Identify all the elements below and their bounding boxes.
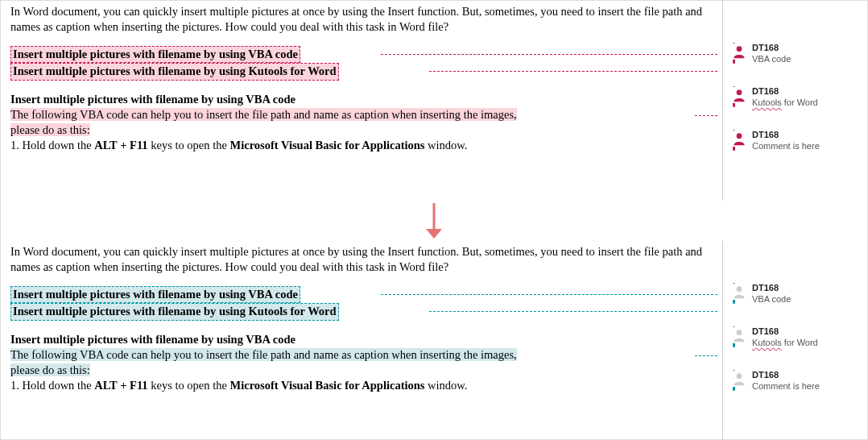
body-paragraph: The following VBA code can help you to i…	[10, 107, 716, 138]
toc-link-vba[interactable]: Insert multiple pictures with filename b…	[10, 46, 300, 63]
step-mid: keys to open the	[148, 139, 230, 152]
section-heading: Insert multiple pictures with filename b…	[10, 332, 716, 347]
comment-author: DT168	[752, 370, 820, 380]
body-paragraph: The following VBA code can help you to i…	[10, 347, 716, 378]
comment-item[interactable]: DT168 VBA code	[731, 283, 791, 304]
intro-paragraph: In Word document, you can quickly insert…	[10, 4, 716, 35]
avatar-icon	[731, 87, 747, 103]
step-line: 1. Hold down the ALT + F11 keys to open …	[10, 378, 716, 393]
step-keys: ALT + F11	[94, 139, 147, 152]
comment-text: Kutools for Word	[752, 338, 818, 347]
connector-line	[429, 71, 717, 72]
comment-text: VBA code	[752, 294, 791, 304]
step-suffix: window.	[424, 139, 467, 152]
step-mid: keys to open the	[148, 379, 230, 392]
toc-link-kutools[interactable]: Insert multiple pictures with filename b…	[10, 303, 339, 320]
section-heading: Insert multiple pictures with filename b…	[10, 92, 716, 107]
panel-after: In Word document, you can quickly insert…	[1, 241, 867, 440]
arrow-down-icon	[1, 201, 867, 241]
connector-line	[381, 54, 717, 55]
connector-line	[429, 311, 717, 312]
highlighted-text-tail: please do as this:	[10, 123, 90, 136]
step-keys: ALT + F11	[94, 379, 147, 392]
comment-text: VBA code	[752, 54, 791, 64]
comment-item[interactable]: DT168 Kutools for Word	[731, 326, 818, 347]
comment-text: Kutools for Word	[752, 98, 818, 107]
avatar-icon	[731, 284, 747, 300]
svg-point-3	[737, 89, 742, 95]
comments-pane-bottom: DT168 VBA code DT168 Kutools for Word DT…	[722, 241, 867, 440]
comment-author: DT168	[752, 283, 791, 293]
highlighted-text: The following VBA code can help you to i…	[10, 108, 517, 121]
svg-point-8	[737, 286, 742, 292]
comment-item[interactable]: DT168 Comment is here	[731, 130, 820, 151]
connector-line	[695, 355, 717, 356]
step-line: 1. Hold down the ALT + F11 keys to open …	[10, 138, 716, 153]
avatar-icon	[731, 131, 747, 147]
highlighted-text-tail: please do as this:	[10, 363, 90, 376]
highlighted-text: The following VBA code can help you to i…	[10, 348, 517, 361]
connector-line	[695, 115, 717, 116]
comment-text-rest: for Word	[782, 338, 818, 347]
step-app: Microsoft Visual Basic for Applications	[230, 139, 425, 152]
avatar-icon	[731, 44, 747, 60]
intro-paragraph: In Word document, you can quickly insert…	[10, 244, 716, 275]
document-area-top: In Word document, you can quickly insert…	[1, 1, 722, 201]
comment-author: DT168	[752, 326, 818, 336]
comment-item[interactable]: DT168 VBA code	[731, 43, 791, 64]
toc-link-vba[interactable]: Insert multiple pictures with filename b…	[10, 286, 300, 303]
svg-point-1	[737, 46, 742, 52]
comment-text: Comment is here	[752, 381, 820, 391]
avatar-icon	[731, 327, 747, 343]
step-suffix: window.	[424, 379, 467, 392]
step-prefix: 1. Hold down the	[10, 379, 94, 392]
avatar-icon	[731, 371, 747, 387]
toc-link-kutools[interactable]: Insert multiple pictures with filename b…	[10, 63, 339, 80]
comment-author: DT168	[752, 86, 818, 96]
comment-item[interactable]: DT168 Kutools for Word	[731, 86, 818, 107]
comment-author: DT168	[752, 130, 820, 139]
panel-before: In Word document, you can quickly insert…	[1, 1, 867, 201]
connector-line	[381, 294, 717, 295]
step-app: Microsoft Visual Basic for Applications	[230, 379, 425, 392]
svg-point-12	[737, 373, 742, 379]
comment-text-squiggle: Kutools	[752, 338, 782, 347]
svg-point-5	[737, 133, 742, 139]
svg-point-10	[737, 330, 742, 335]
comment-text: Comment is here	[752, 141, 820, 151]
document-area-bottom: In Word document, you can quickly insert…	[1, 241, 722, 440]
comment-author: DT168	[752, 43, 791, 52]
comments-pane-top: DT168 VBA code DT168 Kutools for Word DT…	[722, 1, 867, 201]
comment-item[interactable]: DT168 Comment is here	[731, 370, 820, 391]
step-prefix: 1. Hold down the	[10, 139, 94, 152]
comment-text-squiggle: Kutools	[752, 98, 782, 107]
comment-text-rest: for Word	[782, 98, 818, 107]
